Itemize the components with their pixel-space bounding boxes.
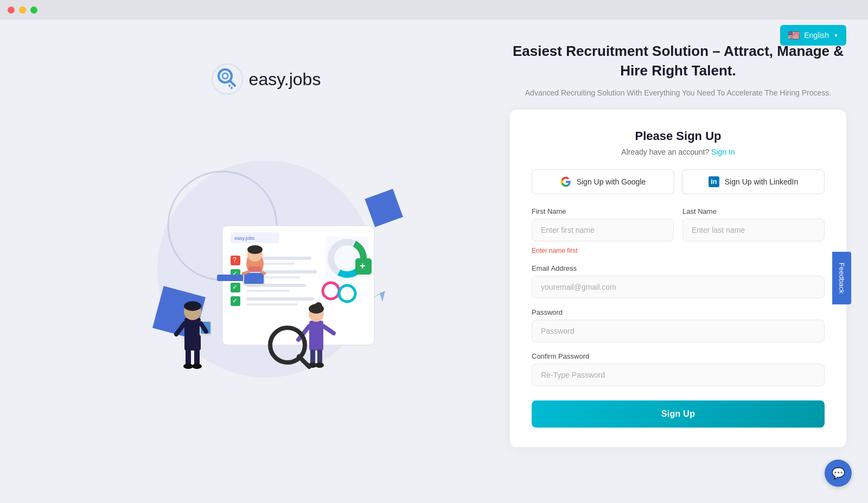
- linkedin-signup-label: Sign Up with LinkedIn: [725, 177, 798, 186]
- svg-point-61: [315, 302, 322, 310]
- svg-point-4: [228, 85, 231, 87]
- feedback-label: Feedback: [838, 263, 846, 294]
- language-selector[interactable]: 🇺🇸 English ▼: [780, 25, 846, 46]
- google-signup-label: Sign Up with Google: [577, 177, 646, 186]
- svg-point-2: [222, 73, 228, 79]
- feedback-tab[interactable]: Feedback: [832, 252, 851, 304]
- svg-rect-52: [186, 349, 191, 366]
- confirm-password-input[interactable]: [532, 364, 825, 386]
- first-name-group: First Name Enter name first: [532, 207, 674, 254]
- signup-button-label: Sign Up: [661, 409, 695, 418]
- last-name-input[interactable]: [682, 219, 825, 241]
- password-input[interactable]: [532, 320, 825, 342]
- password-group: Password: [532, 308, 825, 342]
- svg-rect-53: [194, 349, 200, 366]
- logo-area: easy.jobs: [211, 63, 321, 95]
- form-title: Please Sign Up: [532, 129, 825, 143]
- linkedin-signup-button[interactable]: in Sign Up with LinkedIn: [682, 169, 825, 194]
- svg-rect-10: [365, 189, 403, 227]
- titlebar: [0, 0, 868, 20]
- svg-point-42: [247, 245, 263, 254]
- svg-rect-58: [309, 321, 323, 351]
- email-group: Email Address: [532, 264, 825, 298]
- svg-rect-62: [310, 349, 315, 365]
- svg-rect-47: [184, 318, 201, 351]
- google-icon: [560, 176, 571, 187]
- linkedin-icon: in: [709, 176, 719, 187]
- svg-point-0: [212, 64, 242, 94]
- password-label: Password: [532, 308, 825, 316]
- last-name-label: Last Name: [682, 207, 825, 215]
- logo-icon: [211, 63, 244, 95]
- right-panel: Easiest Recruitment Solution – Attract, …: [510, 30, 846, 447]
- svg-rect-25: [246, 290, 290, 292]
- first-name-input[interactable]: [532, 219, 674, 241]
- chat-icon: 💬: [832, 467, 845, 480]
- chevron-down-icon: ▼: [833, 33, 839, 39]
- svg-text:easy.jobs: easy.jobs: [234, 235, 255, 241]
- confirm-password-label: Confirm Password: [532, 352, 825, 360]
- flag-icon: 🇺🇸: [788, 29, 800, 41]
- svg-rect-28: [246, 297, 314, 301]
- svg-text:✓: ✓: [232, 297, 238, 304]
- svg-rect-29: [246, 303, 298, 305]
- social-buttons: Sign Up with Google in Sign Up with Link…: [532, 169, 825, 194]
- minimize-btn[interactable]: [19, 7, 26, 14]
- page-subheadline: Advanced Recruiting Solution With Everyt…: [510, 87, 846, 99]
- svg-point-5: [231, 87, 233, 89]
- svg-rect-44: [244, 273, 264, 284]
- first-name-label: First Name: [532, 207, 674, 215]
- svg-marker-71: [380, 291, 385, 302]
- signin-link[interactable]: Sign In: [711, 148, 735, 156]
- email-label: Email Address: [532, 264, 825, 272]
- page-headline: Easiest Recruitment Solution – Attract, …: [510, 41, 846, 81]
- email-input[interactable]: [532, 276, 825, 298]
- svg-point-54: [183, 364, 193, 369]
- svg-line-46: [261, 272, 265, 273]
- svg-point-49: [184, 301, 201, 311]
- svg-text:?: ?: [233, 256, 237, 264]
- svg-point-55: [192, 364, 202, 369]
- svg-text:+: +: [360, 260, 366, 271]
- svg-line-3: [230, 81, 235, 86]
- svg-text:✓: ✓: [232, 283, 238, 291]
- chat-button[interactable]: 💬: [825, 460, 852, 487]
- page-layout: easy.jobs easy.jobs: [0, 20, 868, 503]
- left-panel: easy.jobs easy.jobs: [22, 30, 510, 410]
- name-row: First Name Enter name first Last Name: [532, 207, 825, 254]
- svg-rect-63: [317, 349, 322, 365]
- svg-point-65: [315, 362, 324, 368]
- close-btn[interactable]: [8, 7, 15, 14]
- google-signup-button[interactable]: Sign Up with Google: [532, 169, 674, 194]
- signup-button[interactable]: Sign Up: [532, 400, 825, 428]
- last-name-group: Last Name: [682, 207, 825, 254]
- confirm-password-group: Confirm Password: [532, 352, 825, 386]
- svg-line-45: [243, 272, 248, 273]
- language-label: English: [804, 31, 829, 40]
- main-content: easy.jobs easy.jobs: [0, 0, 868, 503]
- signin-prompt: Already have an account? Sign In: [532, 148, 825, 156]
- illustration: easy.jobs ? ✓ ✓ ✓: [114, 106, 418, 410]
- signup-form-card: Please Sign Up Already have an account? …: [510, 110, 846, 447]
- first-name-error: Enter name first: [532, 247, 674, 254]
- logo-text: easy.jobs: [249, 69, 321, 90]
- maximize-btn[interactable]: [30, 7, 37, 14]
